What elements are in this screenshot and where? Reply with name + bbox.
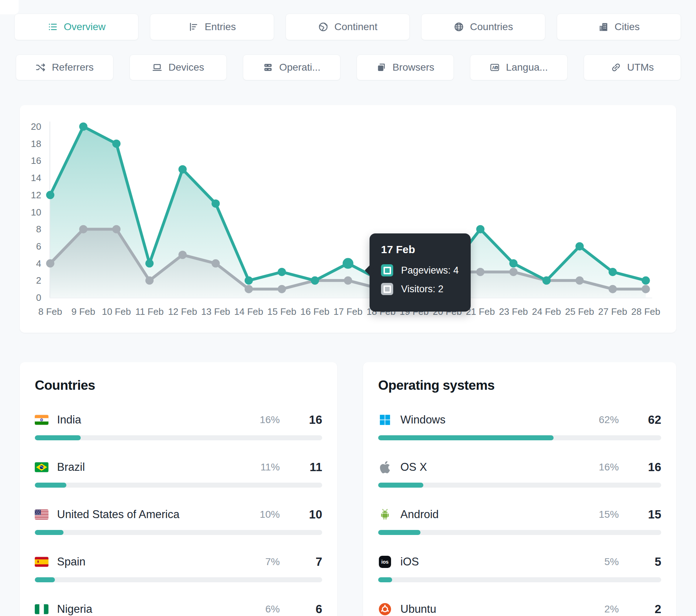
tab-countries[interactable]: Countries <box>421 14 545 40</box>
progress-fill <box>378 530 420 535</box>
visitors-point[interactable] <box>278 285 286 293</box>
y-tick-label: 6 <box>36 241 41 252</box>
os-row-ubuntu[interactable]: Ubuntu 2% 2 <box>378 602 661 616</box>
country-row-spain[interactable]: Spain 7% 7 <box>35 555 322 582</box>
visitors-point[interactable] <box>178 251 187 259</box>
os-count: 5 <box>631 555 661 569</box>
tab-entries[interactable]: Entries <box>150 14 274 40</box>
x-tick-label: 27 Feb <box>598 306 627 317</box>
y-tick-label: 20 <box>31 121 41 132</box>
svg-text:A: A <box>492 65 495 70</box>
progress-track <box>35 530 322 535</box>
tab-operating-systems[interactable]: Operati... <box>243 55 340 80</box>
countries-panel-title: Countries <box>35 378 322 393</box>
os-row-windows[interactable]: Windows 62% 62 <box>378 413 661 440</box>
visitors-point[interactable] <box>509 268 518 276</box>
os-row-ios[interactable]: ios iOS 5% 5 <box>378 555 661 582</box>
os-percent: 15% <box>599 509 619 520</box>
spain-flag <box>35 557 48 567</box>
visitors-point[interactable] <box>46 259 55 267</box>
country-row-brazil[interactable]: Brazil 11% 11 <box>35 460 322 488</box>
tab-label: Langua... <box>506 62 548 73</box>
tab-overview[interactable]: Overview <box>14 14 138 40</box>
pageviews-point[interactable] <box>542 276 551 285</box>
bar-chart-icon <box>188 22 199 32</box>
laptop-icon <box>152 62 163 73</box>
os-count: 62 <box>631 413 661 427</box>
traffic-chart-card: 024681012141618208 Feb9 Feb10 Feb11 Feb1… <box>20 105 676 333</box>
visitors-point[interactable] <box>344 276 352 285</box>
x-tick-label: 12 Feb <box>168 306 197 317</box>
pageviews-point[interactable] <box>112 139 121 148</box>
pageviews-point[interactable] <box>608 268 617 276</box>
country-percent: 11% <box>260 461 280 473</box>
visitors-point[interactable] <box>145 276 154 285</box>
pageviews-point[interactable] <box>476 225 484 233</box>
pageviews-point[interactable] <box>245 276 253 285</box>
visitors-point[interactable] <box>642 285 650 293</box>
operating-systems-panel: Operating systems Windows 62% 62 OS X 16… <box>363 362 676 616</box>
x-tick-label: 10 Feb <box>102 306 131 317</box>
tab-label: Overview <box>64 21 106 33</box>
tab-browsers[interactable]: Browsers <box>357 55 454 80</box>
x-tick-label: 24 Feb <box>532 306 561 317</box>
windows-logo-icon <box>378 413 392 427</box>
pageviews-point[interactable] <box>575 242 584 250</box>
country-name: Nigeria <box>57 603 92 616</box>
pageviews-point[interactable] <box>212 199 220 208</box>
tab-label: Entries <box>204 21 236 33</box>
tab-row-secondary: Referrers Devices Operati... Browsers A … <box>0 55 696 80</box>
country-percent: 16% <box>260 414 280 426</box>
tab-continent[interactable]: Continent <box>286 14 410 40</box>
chart-tooltip: 17 Feb Pageviews: 4 Visitors: 2 <box>370 233 471 312</box>
country-row-india[interactable]: India 16% 16 <box>35 413 322 440</box>
tab-label: Referrers <box>52 62 94 73</box>
os-name: OS X <box>400 461 427 474</box>
nigeria-flag <box>35 604 48 614</box>
country-row-nigeria[interactable]: Nigeria 6% 6 <box>35 602 322 616</box>
pageviews-point[interactable] <box>79 123 88 131</box>
progress-track <box>35 483 322 488</box>
x-tick-label: 8 Feb <box>38 306 62 317</box>
y-tick-label: 18 <box>31 138 41 149</box>
x-tick-label: 28 Feb <box>631 306 660 317</box>
os-row-osx[interactable]: OS X 16% 16 <box>378 460 661 488</box>
visitors-point[interactable] <box>212 259 220 267</box>
x-tick-label: 9 Feb <box>71 306 95 317</box>
visitors-point[interactable] <box>79 225 88 233</box>
pageviews-point[interactable] <box>642 276 650 285</box>
tab-cities[interactable]: Cities <box>557 14 681 40</box>
progress-fill <box>35 577 55 582</box>
os-count: 16 <box>631 460 661 474</box>
x-tick-label: 13 Feb <box>201 306 230 317</box>
tooltip-visitors-value: Visitors: 2 <box>401 284 443 295</box>
tab-languages[interactable]: A z Langua... <box>470 55 568 80</box>
os-percent: 5% <box>605 556 619 568</box>
y-tick-label: 2 <box>36 275 41 286</box>
visitors-point[interactable] <box>112 225 121 233</box>
visitors-point[interactable] <box>245 285 253 293</box>
pageviews-point[interactable] <box>343 258 353 269</box>
pageviews-point[interactable] <box>145 259 154 267</box>
tab-referrers[interactable]: Referrers <box>16 55 113 80</box>
window-stack-icon <box>376 62 387 73</box>
visitors-point[interactable] <box>476 268 484 276</box>
visitors-point[interactable] <box>575 276 584 285</box>
pageviews-point[interactable] <box>311 276 319 285</box>
x-tick-label: 25 Feb <box>565 306 594 317</box>
tab-utms[interactable]: UTMs <box>584 55 681 80</box>
pageviews-point[interactable] <box>178 165 187 174</box>
partial-card-corner <box>0 0 19 14</box>
visitors-point[interactable] <box>608 285 617 293</box>
pageviews-point[interactable] <box>509 259 518 267</box>
pageviews-point[interactable] <box>278 268 286 276</box>
tab-devices[interactable]: Devices <box>130 55 227 80</box>
os-count: 2 <box>631 602 661 616</box>
visitors-legend-swatch <box>381 283 393 295</box>
progress-fill <box>35 483 66 488</box>
y-tick-label: 0 <box>36 292 41 303</box>
os-name: Android <box>400 508 439 521</box>
pageviews-point[interactable] <box>46 191 55 199</box>
country-row-usa[interactable]: United States of America 10% 10 <box>35 508 322 535</box>
os-row-android[interactable]: Android 15% 15 <box>378 508 661 535</box>
